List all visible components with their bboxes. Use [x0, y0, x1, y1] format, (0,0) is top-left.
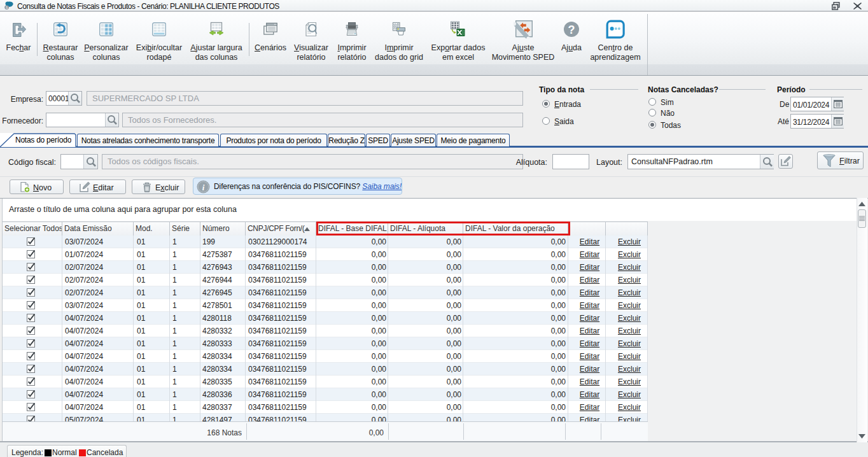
svg-text:i: i [202, 183, 205, 192]
svg-text:?: ? [568, 24, 575, 36]
